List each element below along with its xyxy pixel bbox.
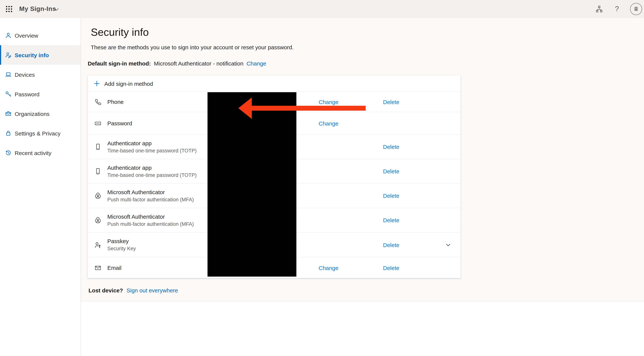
person-icon [5, 32, 12, 39]
page-title: Security info [91, 26, 149, 38]
mobile-device-icon [94, 167, 102, 175]
chevron-down-icon[interactable] [54, 7, 59, 11]
authenticator-lock-icon [94, 192, 102, 200]
lock-icon [5, 130, 12, 137]
delete-link[interactable]: Delete [383, 217, 400, 223]
delete-link[interactable]: Delete [383, 242, 400, 248]
security-info-content: Security info These are the methods you … [81, 18, 644, 302]
delete-link[interactable]: Delete [383, 192, 400, 199]
help-icon[interactable]: ? [612, 4, 622, 13]
change-link[interactable]: Change [318, 99, 338, 105]
sidebar-item-label: Settings & Privacy [15, 130, 60, 136]
laptop-icon [5, 71, 12, 78]
app-title[interactable]: My Sign-Ins [19, 0, 56, 18]
avatar[interactable] [630, 3, 642, 15]
default-signin-line: Default sign-in method: Microsoft Authen… [88, 60, 266, 67]
sidebar: Overview Security info [0, 18, 81, 356]
change-link[interactable]: Change [318, 265, 338, 271]
method-name: Authenticator app [107, 139, 196, 147]
method-name: Phone [107, 98, 124, 105]
lost-device-line: Lost device? Sign out everywhere [88, 287, 178, 294]
sidebar-item-settings-privacy[interactable]: Settings & Privacy [0, 123, 80, 143]
sidebar-item-label: Overview [15, 32, 38, 38]
method-detail: Security Key [107, 245, 136, 252]
delete-link[interactable]: Delete [383, 265, 400, 271]
key-icon [5, 91, 12, 97]
avatar-badge-icon [632, 5, 640, 13]
sidebar-item-devices[interactable]: Devices [0, 65, 80, 84]
authenticator-lock-icon [94, 216, 102, 224]
page-description: These are the methods you use to sign in… [91, 44, 294, 50]
delete-link[interactable]: Delete [383, 168, 400, 174]
passkey-icon [94, 241, 102, 249]
sidebar-item-label: Password [15, 91, 40, 97]
person-edit-icon [5, 51, 12, 58]
briefcase-icon [5, 110, 12, 117]
method-detail: Time-based one-time password (TOTP) [107, 172, 196, 179]
sidebar-item-label: Devices [15, 71, 35, 78]
default-change-link[interactable]: Change [246, 60, 266, 67]
delete-link[interactable]: Delete [383, 99, 400, 105]
default-signin-label: Default sign-in method: [88, 60, 151, 67]
lost-device-label: Lost device? [88, 287, 123, 294]
method-detail: Push multi-factor authentication (MFA) [107, 196, 194, 203]
top-bar: My Sign-Ins ? [0, 0, 644, 18]
delete-link[interactable]: Delete [383, 144, 400, 150]
chevron-down-icon[interactable] [446, 243, 451, 247]
mobile-device-icon [94, 143, 102, 151]
add-signin-method-button[interactable]: Add sign-in method [88, 76, 460, 91]
sidebar-item-recent-activity[interactable]: Recent activity [0, 143, 80, 163]
phone-icon [94, 98, 102, 106]
method-name: Email [107, 264, 122, 271]
plus-icon [94, 80, 100, 86]
method-detail: Time-based one-time password (TOTP) [107, 147, 196, 154]
sidebar-item-security-info[interactable]: Security info [0, 45, 80, 65]
history-clock-icon [5, 149, 12, 156]
sidebar-item-label: Organizations [15, 110, 50, 117]
method-name: Microsoft Authenticator [107, 188, 194, 196]
password-dots-icon [94, 119, 102, 127]
sidebar-item-label: Recent activity [15, 150, 52, 156]
sidebar-item-label: Security info [15, 52, 49, 58]
method-detail: Push multi-factor authentication (MFA) [107, 221, 194, 228]
sidebar-item-overview[interactable]: Overview [0, 25, 80, 45]
sign-out-everywhere-link[interactable]: Sign out everywhere [126, 287, 178, 294]
sidebar-item-password[interactable]: Password [0, 84, 80, 104]
signin-methods-table: Add sign-in method Phone Change Delete [88, 76, 460, 278]
my-signins-page: My Sign-Ins ? [0, 0, 644, 356]
method-name: Authenticator app [107, 164, 196, 171]
method-name: Password [107, 120, 132, 127]
org-chart-icon[interactable] [595, 4, 604, 13]
sidebar-nav: Overview Security info [0, 18, 80, 163]
method-name: Passkey [107, 238, 136, 245]
redaction-box [208, 92, 296, 277]
sidebar-item-organizations[interactable]: Organizations [0, 104, 80, 123]
add-signin-method-label: Add sign-in method [104, 80, 153, 87]
default-signin-value: Microsoft Authenticator - notification [154, 60, 243, 67]
change-link[interactable]: Change [318, 120, 338, 126]
method-name: Microsoft Authenticator [107, 213, 194, 220]
email-icon [94, 264, 102, 272]
app-launcher-icon[interactable] [5, 5, 13, 13]
